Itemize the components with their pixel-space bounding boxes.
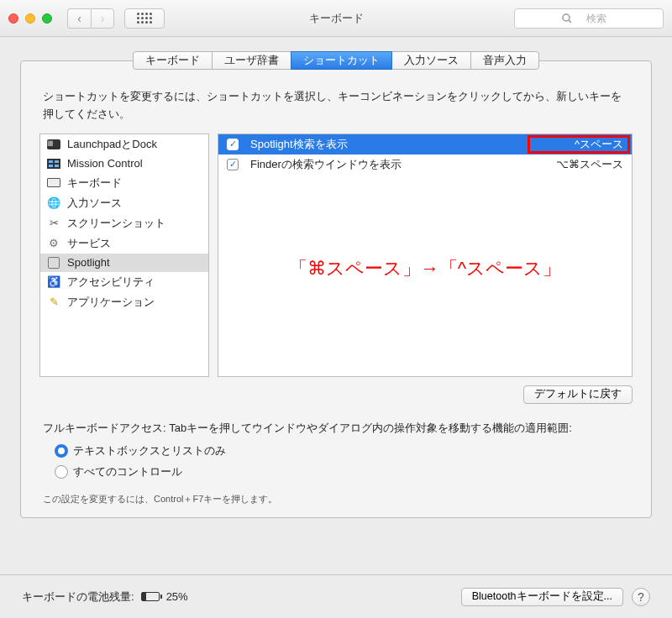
- window-title: キーボード: [309, 11, 364, 26]
- forward-button[interactable]: ›: [91, 8, 114, 29]
- description-text: ショートカットを変更するには、ショートカットを選択し、キーコンビネーションをクリ…: [21, 70, 651, 134]
- category-keyboard[interactable]: キーボード: [40, 173, 208, 193]
- category-list[interactable]: ▦LaunchpadとDock Mission Control キーボード 🌐入…: [39, 134, 209, 377]
- category-label: Spotlight: [67, 256, 110, 269]
- tab-keyboard[interactable]: キーボード: [133, 51, 213, 70]
- input-icon: 🌐: [47, 196, 60, 210]
- category-launchpad[interactable]: ▦LaunchpadとDock: [40, 134, 208, 154]
- battery-status: キーボードの電池残量: 25%: [22, 589, 188, 605]
- category-screenshot[interactable]: ✂スクリーンショット: [40, 213, 208, 233]
- footer: キーボードの電池残量: 25% Bluetoothキーボードを設定... ?: [0, 574, 672, 618]
- radio-textboxes[interactable]: テキストボックスとリストのみ: [55, 442, 629, 459]
- back-button[interactable]: ‹: [67, 8, 91, 29]
- category-app[interactable]: ✎アプリケーション: [40, 292, 208, 312]
- category-label: 入力ソース: [67, 196, 122, 211]
- shortcut-row[interactable]: ✓ Finderの検索ウインドウを表示 ⌥⌘スペース: [218, 154, 632, 175]
- search-input[interactable]: [514, 8, 664, 29]
- nav-buttons: ‹ ›: [67, 8, 114, 29]
- category-services[interactable]: ⚙サービス: [40, 233, 208, 254]
- tab-userdict[interactable]: ユーザ辞書: [212, 51, 291, 70]
- titlebar: ‹ › キーボード: [0, 0, 672, 37]
- close-icon[interactable]: [8, 13, 18, 24]
- launchpad-icon: ▦: [47, 139, 60, 149]
- accessibility-icon: ♿: [47, 275, 60, 289]
- category-label: LaunchpadとDock: [67, 137, 157, 152]
- shortcut-list[interactable]: ✓ Spotlight検索を表示 ^スペース ✓ Finderの検索ウインドウを…: [218, 134, 633, 377]
- annotation-highlight: [528, 135, 630, 154]
- category-label: サービス: [67, 236, 111, 251]
- category-accessibility[interactable]: ♿アクセシビリティ: [40, 272, 208, 292]
- category-spotlight[interactable]: Spotlight: [40, 254, 208, 272]
- category-input[interactable]: 🌐入力ソース: [40, 193, 208, 213]
- kb-access-section: フルキーボードアクセス: Tabキーを押してウインドウやダイアログ内の操作対象を…: [21, 404, 651, 490]
- keyboard-icon: [47, 178, 60, 187]
- show-all-button[interactable]: [124, 8, 165, 29]
- tab-inputsources[interactable]: 入力ソース: [391, 51, 471, 70]
- footer-right: Bluetoothキーボードを設定... ?: [461, 588, 650, 606]
- radio-button[interactable]: [55, 465, 68, 479]
- category-mission[interactable]: Mission Control: [40, 154, 208, 173]
- bluetooth-setup-button[interactable]: Bluetoothキーボードを設定...: [461, 588, 623, 606]
- kb-access-label: フルキーボードアクセス: Tabキーを押してウインドウやダイアログ内の操作対象を…: [43, 419, 629, 437]
- mission-icon: [47, 159, 60, 169]
- category-label: スクリーンショット: [67, 216, 165, 231]
- category-label: Mission Control: [67, 157, 143, 170]
- radio-label: テキストボックスとリストのみ: [73, 442, 226, 459]
- main-panel: キーボード ユーザ辞書 ショートカット 入力ソース 音声入力 ショートカットを変…: [20, 60, 652, 518]
- split-view: ▦LaunchpadとDock Mission Control キーボード 🌐入…: [21, 134, 651, 377]
- grid-icon: [137, 13, 152, 24]
- shortcut-label: Finderの検索ウインドウを表示: [250, 157, 548, 172]
- radio-allcontrols[interactable]: すべてのコントロール: [55, 463, 629, 480]
- radio-group: テキストボックスとリストのみ すべてのコントロール: [43, 442, 629, 481]
- restore-defaults-button[interactable]: デフォルトに戻す: [523, 385, 633, 404]
- spotlight-icon: [48, 257, 60, 269]
- shortcut-label: Spotlight検索を表示: [250, 137, 566, 152]
- category-label: アプリケーション: [67, 295, 155, 310]
- app-icon: ✎: [47, 296, 60, 309]
- category-label: キーボード: [67, 175, 122, 191]
- help-button[interactable]: ?: [632, 588, 650, 606]
- kb-access-hint: この設定を変更するには、Control＋F7キーを押します。: [21, 490, 651, 505]
- category-label: アクセシビリティ: [67, 275, 155, 290]
- radio-label: すべてのコントロール: [73, 463, 182, 480]
- gear-icon: ⚙: [47, 237, 60, 250]
- shortcut-keys[interactable]: ⌥⌘スペース: [548, 157, 623, 172]
- checkbox[interactable]: ✓: [227, 139, 239, 150]
- battery-icon: [141, 592, 160, 601]
- screenshot-icon: ✂: [47, 217, 60, 230]
- annotation-text: 「⌘スペース」→「^スペース」: [218, 256, 632, 281]
- tab-dictation[interactable]: 音声入力: [470, 51, 539, 70]
- zoom-icon[interactable]: [42, 13, 52, 24]
- tab-shortcuts[interactable]: ショートカット: [291, 51, 392, 70]
- tab-bar: キーボード ユーザ辞書 ショートカット 入力ソース 音声入力: [21, 51, 651, 70]
- search-wrap: [514, 8, 664, 29]
- battery-percent: 25%: [166, 590, 188, 603]
- minimize-icon[interactable]: [25, 13, 35, 24]
- radio-button[interactable]: [55, 444, 68, 458]
- window-controls: [8, 13, 52, 24]
- restore-row: デフォルトに戻す: [21, 377, 651, 404]
- battery-label-text: キーボードの電池残量:: [22, 589, 134, 605]
- checkbox[interactable]: ✓: [227, 159, 239, 170]
